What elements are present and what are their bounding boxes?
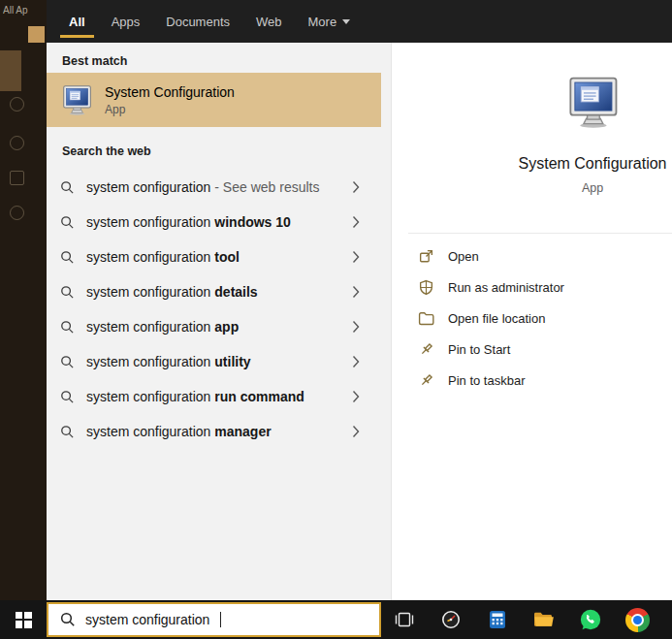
search-icon <box>60 215 75 230</box>
text-caret <box>220 612 221 627</box>
preview-pane: System Configuration App Open Run as adm… <box>391 43 672 600</box>
action-label: Open file location <box>448 311 545 326</box>
search-suggestion-row[interactable]: system configuration windows 10 <box>47 205 381 240</box>
whatsapp-button[interactable] <box>567 600 614 639</box>
search-suggestion-row[interactable]: system configuration - See web results <box>47 170 381 205</box>
action-pin-to-taskbar[interactable]: Pin to taskbar <box>392 365 672 396</box>
tab-documents-label: Documents <box>166 15 230 29</box>
tab-apps[interactable]: Apps <box>112 0 141 43</box>
tab-all[interactable]: All <box>69 0 85 43</box>
file-explorer-icon <box>532 608 556 631</box>
search-suggestion-row[interactable]: system configuration app <box>47 309 381 344</box>
best-match-header: Best match <box>47 43 391 69</box>
windows-search-panel: All Ap All Apps Documents Web More Best … <box>0 0 672 639</box>
search-icon <box>60 320 75 335</box>
suggestion-prefix: system configuration <box>86 284 210 300</box>
suggestion-prefix: system configuration <box>86 179 210 195</box>
system-configuration-app-icon <box>60 83 93 116</box>
chevron-right-icon[interactable] <box>352 320 360 334</box>
suggestion-text: system configuration utility <box>86 354 344 369</box>
action-open[interactable]: Open <box>392 240 672 272</box>
action-label: Open <box>448 249 479 264</box>
search-filter-tabs: All Apps Documents Web More <box>47 0 672 43</box>
suggestion-prefix: system configuration <box>86 319 210 335</box>
chevron-right-icon[interactable] <box>352 215 360 229</box>
action-label: Pin to Start <box>448 342 510 357</box>
chevron-down-icon <box>342 19 350 24</box>
pin-icon <box>418 341 434 358</box>
taskbar-search-text: system configuration <box>85 612 209 627</box>
search-suggestion-row[interactable]: system configuration manager <box>47 414 381 449</box>
clock-app-button[interactable] <box>428 600 474 639</box>
search-suggestion-row[interactable]: system configuration utility <box>47 344 381 379</box>
suggestion-suffix: - See web results <box>210 179 319 195</box>
suggestion-suffix: windows 10 <box>210 214 290 230</box>
suggestion-prefix: system configuration <box>86 389 210 404</box>
start-button[interactable] <box>0 600 47 639</box>
system-configuration-app-icon-large <box>564 74 621 130</box>
suggestion-suffix: run command <box>210 389 304 404</box>
suggestion-text: system configuration run command <box>86 389 344 404</box>
background-tile <box>0 50 21 91</box>
tab-more-label: More <box>308 15 337 29</box>
best-match-title: System Configuration <box>105 83 235 101</box>
open-icon <box>418 248 434 265</box>
chrome-icon <box>625 608 650 632</box>
tab-all-label: All <box>69 15 85 29</box>
search-results-panel: Best match System Configuration App <box>47 43 391 600</box>
taskbar-icons <box>381 600 660 639</box>
chevron-right-icon[interactable] <box>352 180 360 194</box>
suggestion-prefix: system configuration <box>86 249 210 265</box>
search-icon <box>60 355 75 369</box>
suggestion-suffix: app <box>210 319 239 335</box>
chevron-right-icon[interactable] <box>352 285 360 299</box>
task-view-icon <box>394 609 415 630</box>
suggestion-prefix: system configuration <box>86 424 210 439</box>
background-icon <box>10 206 24 220</box>
search-suggestion-row[interactable]: system configuration details <box>47 274 381 309</box>
chevron-right-icon[interactable] <box>352 355 360 368</box>
preview-app-title: System Configuration <box>447 155 672 173</box>
taskbar: system configuration <box>0 600 672 639</box>
suggestion-suffix: details <box>210 284 257 300</box>
start-menu-edge: All Ap <box>0 0 47 600</box>
action-open-file-location[interactable]: Open file location <box>392 303 672 334</box>
calculator-icon <box>487 609 508 630</box>
preview-actions-list: Open Run as administrator Open file loca… <box>392 240 672 396</box>
search-the-web-header: Search the web <box>62 144 391 159</box>
taskbar-search-box[interactable]: system configuration <box>47 602 381 637</box>
chevron-right-icon[interactable] <box>352 390 360 403</box>
pin-icon <box>418 372 434 389</box>
search-suggestion-row[interactable]: system configuration tool <box>47 240 381 274</box>
suggestion-text: system configuration details <box>86 284 344 300</box>
tab-more[interactable]: More <box>308 0 351 43</box>
search-icon <box>60 285 75 300</box>
preview-divider <box>408 233 672 234</box>
chevron-right-icon[interactable] <box>352 250 360 264</box>
best-match-result[interactable]: System Configuration App <box>47 73 381 127</box>
tab-documents[interactable]: Documents <box>166 0 230 43</box>
chrome-button[interactable] <box>614 600 660 639</box>
calculator-button[interactable] <box>474 600 521 639</box>
admin-shield-icon <box>418 279 434 296</box>
web-suggestions-list: system configuration - See web results s… <box>47 170 391 449</box>
clock-app-icon <box>440 609 462 630</box>
suggestion-suffix: tool <box>210 249 240 265</box>
suggestion-prefix: system configuration <box>86 354 210 369</box>
background-tile <box>28 26 45 43</box>
suggestion-text: system configuration manager <box>86 424 344 439</box>
tab-web[interactable]: Web <box>256 0 282 43</box>
background-partial-text: All Ap <box>3 5 28 16</box>
action-pin-to-start[interactable]: Pin to Start <box>392 334 672 365</box>
search-suggestion-row[interactable]: system configuration run command <box>47 379 381 414</box>
search-icon <box>60 250 75 265</box>
chevron-right-icon[interactable] <box>352 425 360 438</box>
file-explorer-button[interactable] <box>521 600 567 639</box>
suggestion-prefix: system configuration <box>86 214 210 230</box>
action-run-as-administrator[interactable]: Run as administrator <box>392 272 672 303</box>
preview-app-subtitle: App <box>447 181 672 195</box>
suggestion-text: system configuration windows 10 <box>86 214 344 230</box>
search-icon <box>60 612 76 627</box>
task-view-button[interactable] <box>381 600 428 639</box>
suggestion-text: system configuration tool <box>86 249 344 265</box>
